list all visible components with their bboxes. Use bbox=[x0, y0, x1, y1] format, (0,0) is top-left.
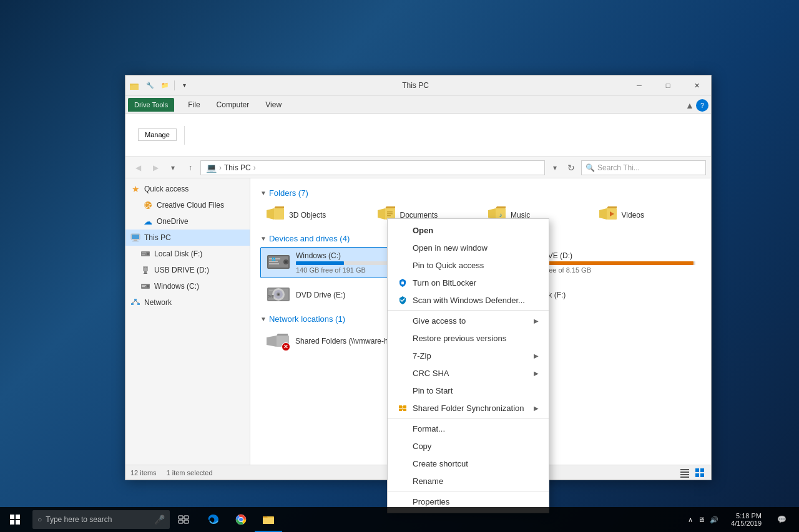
ctx-crc-sha[interactable]: CRC SHA ▶ bbox=[388, 364, 549, 382]
view-large-icons-button[interactable] bbox=[694, 467, 706, 479]
view-details-button[interactable] bbox=[679, 467, 691, 479]
ctx-shared-sync[interactable]: Shared Folder Synchronization ▶ bbox=[388, 399, 549, 417]
refresh-button[interactable]: ↻ bbox=[564, 160, 579, 175]
ctx-give-access[interactable]: Give access to ▶ bbox=[388, 312, 549, 329]
folder-item-3dobjects[interactable]: 3D Objects bbox=[260, 201, 369, 229]
address-path[interactable]: 💻 › This PC › bbox=[200, 160, 545, 175]
sidebar-item-onedrive[interactable]: ☁ OneDrive bbox=[138, 213, 250, 230]
svg-rect-5 bbox=[132, 235, 139, 239]
ctx-format-label: Format... bbox=[413, 424, 539, 433]
svg-rect-12 bbox=[143, 266, 148, 271]
ctx-restore-versions[interactable]: Restore previous versions bbox=[388, 329, 549, 347]
tab-computer[interactable]: Computer bbox=[209, 97, 257, 113]
ctx-7zip[interactable]: 7-Zip ▶ bbox=[388, 347, 549, 364]
ctx-pin-icon bbox=[398, 260, 408, 270]
drives-toggle-icon: ▼ bbox=[260, 235, 267, 242]
taskbar-apps bbox=[200, 507, 282, 532]
svg-rect-21 bbox=[134, 299, 137, 301]
svg-rect-43 bbox=[272, 258, 273, 259]
ctx-copy[interactable]: Copy bbox=[388, 437, 549, 455]
back-button[interactable]: ◀ bbox=[130, 160, 145, 175]
ctx-open-new-window-label: Open in new window bbox=[413, 243, 539, 253]
tab-view[interactable]: View bbox=[258, 97, 289, 113]
status-selected: 1 item selected bbox=[167, 469, 213, 476]
qat-customize-button[interactable]: ▾ bbox=[177, 79, 191, 92]
taskbar-edge[interactable] bbox=[200, 507, 227, 532]
ctx-format[interactable]: Format... bbox=[388, 420, 549, 437]
recent-button[interactable]: ▾ bbox=[165, 160, 180, 175]
svg-rect-13 bbox=[144, 271, 147, 273]
ctx-rename[interactable]: Rename bbox=[388, 472, 549, 490]
search-box[interactable]: 🔍 Search Thi... bbox=[581, 160, 706, 175]
minimize-button[interactable]: ─ bbox=[625, 75, 654, 95]
ctx-defender[interactable]: Scan with Windows Defender... bbox=[388, 291, 549, 309]
svg-rect-89 bbox=[184, 520, 189, 523]
sidebar-item-usb-drive[interactable]: USB DRIVE (D:) bbox=[135, 262, 250, 278]
task-view-button[interactable] bbox=[170, 507, 197, 532]
close-button[interactable]: ✕ bbox=[682, 75, 711, 95]
ctx-restore-icon bbox=[398, 333, 408, 343]
svg-rect-86 bbox=[179, 516, 183, 519]
address-dropdown-button[interactable]: ▾ bbox=[547, 160, 562, 175]
folder-item-videos[interactable]: Videos bbox=[593, 201, 702, 229]
creative-cloud-icon: Cc bbox=[143, 200, 153, 210]
tab-file[interactable]: File bbox=[180, 97, 207, 113]
ctx-pin-start[interactable]: Pin to Start bbox=[388, 382, 549, 399]
sidebar-item-quickaccess[interactable]: ★ Quick access bbox=[125, 181, 250, 197]
svg-rect-1 bbox=[130, 84, 133, 85]
ctx-bitlocker[interactable]: Turn on BitLocker bbox=[388, 274, 549, 291]
sidebar-item-network[interactable]: Network bbox=[125, 294, 250, 311]
svg-point-92 bbox=[239, 518, 243, 521]
start-button[interactable] bbox=[0, 507, 30, 532]
forward-button[interactable]: ▶ bbox=[148, 160, 163, 175]
ctx-crc-label: CRC SHA bbox=[413, 369, 529, 378]
sidebar-item-label: Network bbox=[144, 298, 172, 307]
qat-properties-button[interactable]: 🔧 bbox=[143, 79, 157, 92]
shared-folder-icon: ✕ bbox=[265, 331, 290, 351]
tab-drive-tools[interactable]: Drive Tools bbox=[128, 98, 174, 112]
ctx-sep-2 bbox=[388, 418, 549, 418]
svg-text:♪: ♪ bbox=[499, 211, 502, 218]
ctx-pin-quick-access[interactable]: Pin to Quick access bbox=[388, 256, 549, 274]
qat-new-folder-button[interactable]: 📁 bbox=[158, 79, 172, 92]
sidebar-item-localdisk-f[interactable]: Local Disk (F:) bbox=[135, 246, 250, 262]
folders-section-header[interactable]: ▼ Folders (7) bbox=[260, 188, 701, 198]
ctx-create-shortcut[interactable]: Create shortcut bbox=[388, 455, 549, 472]
taskbar-right: ∧ 🖥 🔊 5:18 PM 4/15/2019 💬 bbox=[683, 507, 799, 532]
svg-rect-6 bbox=[134, 239, 137, 241]
sidebar-item-windows-c[interactable]: Windows (C:) bbox=[135, 278, 250, 294]
microphone-icon[interactable]: 🎤 bbox=[154, 515, 165, 525]
volume-icon: 🔊 bbox=[710, 516, 718, 524]
ctx-pin-label: Pin to Quick access bbox=[413, 261, 539, 270]
clock-date: 4/15/2019 bbox=[731, 520, 762, 527]
ctx-open-new-window[interactable]: Open in new window bbox=[388, 239, 549, 256]
maximize-button[interactable]: □ bbox=[654, 75, 682, 95]
ctx-7zip-icon bbox=[398, 351, 408, 360]
sidebar-item-label: Creative Cloud Files bbox=[157, 201, 224, 210]
ctx-open[interactable]: Open bbox=[388, 221, 549, 239]
taskbar-file-explorer[interactable] bbox=[255, 507, 282, 532]
svg-rect-70 bbox=[680, 472, 689, 473]
title-bar-left: 🔧 📁 ▾ bbox=[125, 79, 194, 92]
up-button[interactable]: ↑ bbox=[183, 160, 198, 175]
ctx-pin-start-icon bbox=[398, 385, 408, 395]
svg-rect-26 bbox=[274, 208, 284, 220]
svg-text:DVD: DVD bbox=[268, 294, 275, 298]
thispc-icon bbox=[130, 233, 140, 243]
system-clock[interactable]: 5:18 PM 4/15/2019 bbox=[726, 512, 767, 527]
sidebar-item-creative-cloud[interactable]: Cc Creative Cloud Files bbox=[138, 197, 250, 213]
ribbon-collapse-button[interactable]: ▲ bbox=[684, 99, 696, 112]
svg-rect-46 bbox=[274, 259, 275, 261]
status-bar-right bbox=[679, 467, 706, 479]
taskbar-chrome[interactable] bbox=[227, 507, 255, 532]
system-tray[interactable]: ∧ 🖥 🔊 bbox=[683, 507, 723, 532]
sidebar-item-label: Quick access bbox=[144, 185, 189, 193]
quick-access-toolbar: 🔧 📁 ▾ bbox=[143, 79, 191, 92]
taskbar-search-box[interactable]: ○ Type here to search 🎤 bbox=[32, 510, 170, 529]
windows-logo-icon bbox=[10, 515, 20, 525]
help-button[interactable]: ? bbox=[696, 99, 708, 112]
manage-button[interactable]: Manage bbox=[138, 128, 177, 141]
sidebar-item-thispc[interactable]: This PC bbox=[125, 230, 250, 246]
notification-button[interactable]: 💬 bbox=[769, 507, 794, 532]
taskbar: ○ Type here to search 🎤 bbox=[0, 507, 799, 532]
